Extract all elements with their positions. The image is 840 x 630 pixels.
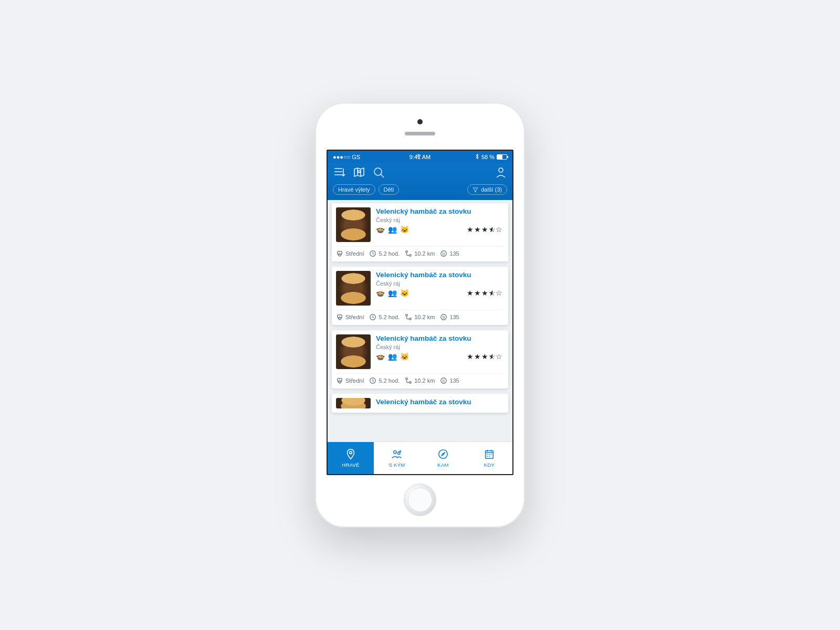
svg-point-19 xyxy=(394,451,397,454)
bluetooth-icon xyxy=(475,153,479,161)
trip-meta: Střední 5.2 hod. 10.2 km B135 xyxy=(336,246,503,257)
carrier-label: ●●●○○ GS xyxy=(333,154,360,160)
profile-icon[interactable] xyxy=(495,166,507,180)
home-button[interactable] xyxy=(404,484,436,516)
trip-card[interactable]: Velenický hambáč za stovku xyxy=(332,394,508,413)
tab-hravě[interactable]: HRAVĚ xyxy=(328,442,374,474)
rating-stars: ★★★☆ xyxy=(467,289,503,297)
sort-icon[interactable] xyxy=(333,166,345,180)
results-list[interactable]: Velenický hambáč za stovku Český ráj 🍲 👥… xyxy=(328,200,512,442)
duration: 5.2 hod. xyxy=(369,250,400,257)
tab-label: S KÝM xyxy=(388,462,405,468)
price: B135 xyxy=(440,250,459,257)
trip-thumbnail xyxy=(336,398,371,408)
trip-thumbnail xyxy=(336,271,371,306)
clock: 9:41 AM xyxy=(410,154,430,160)
trip-card[interactable]: Velenický hambáč za stovku Český ráj 🍲 👥… xyxy=(332,267,508,325)
trip-title: Velenický hambáč za stovku xyxy=(376,398,503,407)
svg-point-21 xyxy=(439,450,448,459)
price: B135 xyxy=(440,313,459,321)
status-bar: ●●●○○ GS 9:41 AM 58 % xyxy=(328,151,512,163)
more-filters-label: další (3) xyxy=(481,186,502,193)
rating-stars: ★★★☆ xyxy=(467,225,503,234)
tab-kam[interactable]: KAM xyxy=(420,442,466,474)
battery-icon xyxy=(497,154,507,160)
map-icon[interactable] xyxy=(353,166,365,180)
phone-frame: ●●●○○ GS 9:41 AM 58 % xyxy=(315,102,525,528)
pin-icon xyxy=(345,448,356,461)
trip-tags: 🍲 👥 🐱 xyxy=(376,289,409,297)
duration: 5.2 hod. xyxy=(369,313,400,321)
tab-label: HRAVĚ xyxy=(342,462,360,468)
pet-icon: 🐱 xyxy=(400,225,409,234)
svg-point-15 xyxy=(410,382,412,384)
trip-card[interactable]: Velenický hambáč za stovku Český ráj 🍲 👥… xyxy=(332,203,508,261)
svg-point-2 xyxy=(499,168,503,172)
trip-tags: 🍲 👥 🐱 xyxy=(376,352,409,361)
svg-point-9 xyxy=(406,314,408,317)
battery-pct: 58 % xyxy=(481,154,495,160)
pet-icon: 🐱 xyxy=(400,352,409,361)
distance: 10.2 km xyxy=(405,313,435,321)
pet-icon: 🐱 xyxy=(400,289,409,297)
more-filters-button[interactable]: další (3) xyxy=(467,184,507,195)
trip-region: Český ráj xyxy=(376,217,503,223)
svg-point-14 xyxy=(406,378,408,380)
trip-title: Velenický hambáč za stovku xyxy=(376,207,503,216)
tab-label: KAM xyxy=(437,462,449,468)
svg-point-4 xyxy=(406,251,408,253)
screen: ●●●○○ GS 9:41 AM 58 % xyxy=(327,150,513,475)
difficulty: Střední xyxy=(336,250,364,257)
people-icon xyxy=(391,448,403,461)
group-icon: 👥 xyxy=(388,289,397,297)
svg-point-20 xyxy=(397,452,400,455)
trip-meta: Střední 5.2 hod. 10.2 km B135 xyxy=(336,373,503,384)
trip-thumbnail xyxy=(336,207,371,242)
svg-text:B: B xyxy=(443,252,445,256)
svg-point-18 xyxy=(350,452,352,454)
food-icon: 🍲 xyxy=(376,289,385,297)
food-icon: 🍲 xyxy=(376,352,385,361)
search-icon[interactable] xyxy=(373,166,385,180)
trip-meta: Střední 5.2 hod. 10.2 km B135 xyxy=(336,310,503,321)
svg-point-5 xyxy=(410,255,412,257)
rating-stars: ★★★☆ xyxy=(467,352,503,361)
chip-kids[interactable]: Děti xyxy=(379,184,400,195)
distance: 10.2 km xyxy=(405,377,435,384)
tab-kdy[interactable]: KDY xyxy=(466,442,512,474)
trip-region: Český ráj xyxy=(376,344,503,350)
svg-text:B: B xyxy=(443,379,445,383)
app-header: Hravé výlety Děti další (3) xyxy=(328,163,512,200)
tab-s-kým[interactable]: S KÝM xyxy=(374,442,420,474)
tab-label: KDY xyxy=(484,462,495,468)
trip-thumbnail xyxy=(336,334,371,369)
chip-trips[interactable]: Hravé výlety xyxy=(333,184,375,195)
trip-tags: 🍲 👥 🐱 xyxy=(376,225,409,234)
svg-point-10 xyxy=(410,318,412,320)
trip-card[interactable]: Velenický hambáč za stovku Český ráj 🍲 👥… xyxy=(332,330,508,388)
svg-text:B: B xyxy=(443,316,445,319)
trip-title: Velenický hambáč za stovku xyxy=(376,334,503,343)
trip-title: Velenický hambáč za stovku xyxy=(376,271,503,280)
svg-point-1 xyxy=(374,168,382,175)
calendar-icon xyxy=(484,448,495,461)
group-icon: 👥 xyxy=(388,352,397,361)
difficulty: Střední xyxy=(336,313,364,321)
compass-icon xyxy=(437,448,449,461)
trip-region: Český ráj xyxy=(376,280,503,287)
bottom-nav: HRAVĚ S KÝM KAM KDY xyxy=(328,442,512,474)
filter-chips: Hravé výlety Děti xyxy=(333,184,399,195)
group-icon: 👥 xyxy=(388,225,397,234)
funnel-icon xyxy=(472,187,478,193)
price: B135 xyxy=(440,377,459,384)
svg-point-0 xyxy=(358,171,360,173)
distance: 10.2 km xyxy=(405,250,435,257)
food-icon: 🍲 xyxy=(376,225,385,234)
difficulty: Střední xyxy=(336,377,364,384)
duration: 5.2 hod. xyxy=(369,377,400,384)
